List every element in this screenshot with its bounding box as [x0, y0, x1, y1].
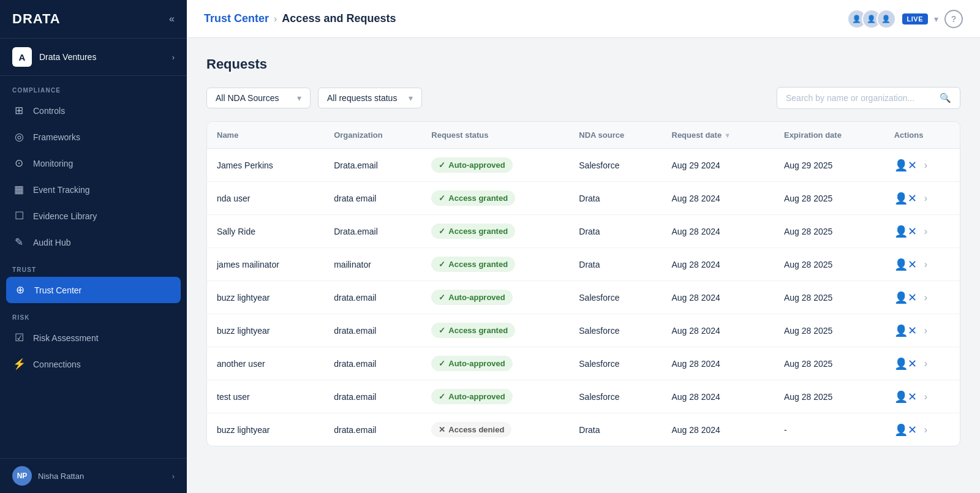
- revoke-access-icon[interactable]: 👤✕: [894, 225, 917, 238]
- cell-organization: Drata.email: [324, 149, 421, 182]
- revoke-access-icon[interactable]: 👤✕: [894, 390, 917, 404]
- cell-organization: drata.email: [324, 413, 421, 446]
- cell-actions: 👤✕ ›: [884, 380, 960, 413]
- sidebar-item-risk-assessment[interactable]: ☑ Risk Assessment: [0, 325, 187, 351]
- cell-request-date: Aug 28 2024: [662, 314, 774, 347]
- sidebar-item-frameworks[interactable]: ◎ Frameworks: [0, 124, 187, 150]
- table-body: James Perkins Drata.email ✓ Auto-approve…: [207, 149, 960, 446]
- sidebar-item-audit-hub[interactable]: ✎ Audit Hub: [0, 229, 187, 255]
- cell-name: buzz lightyear: [207, 314, 324, 347]
- status-icon: ✓: [439, 392, 445, 401]
- cell-request-date: Aug 28 2024: [662, 248, 774, 281]
- status-badge: ✓ Auto-approved: [431, 356, 512, 371]
- app-logo: DRATA: [12, 11, 61, 27]
- row-detail-chevron-icon[interactable]: ›: [924, 325, 927, 336]
- table-header-actions: Actions: [884, 122, 960, 149]
- table-header-expiration-date: Expiration date: [774, 122, 884, 149]
- table-header: NameOrganizationRequest statusNDA source…: [207, 122, 960, 149]
- sidebar-item-connections[interactable]: ⚡ Connections: [0, 351, 187, 377]
- cell-organization: drata.email: [324, 281, 421, 314]
- cell-actions: 👤✕ ›: [884, 314, 960, 347]
- avatar-stack: 👤 👤 👤: [847, 9, 896, 29]
- help-button[interactable]: ?: [944, 10, 963, 28]
- revoke-access-icon[interactable]: 👤✕: [894, 258, 917, 271]
- user-footer[interactable]: NP Nisha Rattan ›: [0, 458, 187, 493]
- sidebar-item-monitoring[interactable]: ⊙ Monitoring: [0, 150, 187, 176]
- cell-nda-source: Drata: [569, 215, 662, 248]
- requests-table-wrap: NameOrganizationRequest statusNDA source…: [206, 121, 960, 446]
- main-area: Trust Center › Access and Requests 👤 👤 👤…: [187, 0, 980, 493]
- org-chevron-icon: ›: [172, 53, 175, 62]
- table-header-request-date[interactable]: Request date▼: [662, 122, 774, 149]
- revoke-access-icon[interactable]: 👤✕: [894, 159, 917, 172]
- topbar-chevron-icon[interactable]: ▾: [934, 14, 938, 24]
- actions-cell: 👤✕ ›: [894, 159, 950, 172]
- actions-cell: 👤✕ ›: [894, 324, 950, 337]
- cell-name: nda user: [207, 182, 324, 215]
- connections-icon: ⚡: [12, 358, 26, 371]
- revoke-access-icon[interactable]: 👤✕: [894, 192, 917, 205]
- actions-cell: 👤✕ ›: [894, 258, 950, 271]
- cell-expiration-date: Aug 28 2025: [774, 248, 884, 281]
- cell-expiration-date: Aug 28 2025: [774, 182, 884, 215]
- cell-name: another user: [207, 347, 324, 380]
- sidebar-item-event-tracking[interactable]: ▦ Event Tracking: [0, 176, 187, 203]
- table-row: buzz lightyear drata.email ✓ Access gran…: [207, 314, 960, 347]
- sidebar: DRATA « A Drata Ventures › COMPLIANCE ⊞ …: [0, 0, 187, 493]
- sidebar-item-label: Monitoring: [33, 159, 73, 168]
- sidebar-item-label: Controls: [33, 106, 65, 116]
- nda-sources-filter[interactable]: All NDA Sources ▾: [206, 88, 311, 108]
- cell-nda-source: Salesforce: [569, 281, 662, 314]
- sidebar-item-label: Trust Center: [34, 285, 81, 295]
- row-detail-chevron-icon[interactable]: ›: [924, 160, 927, 171]
- cell-request-status: ✓ Auto-approved: [421, 380, 569, 413]
- cell-actions: 👤✕ ›: [884, 413, 960, 446]
- evidence-library-icon: ☐: [12, 209, 26, 222]
- cell-nda-source: Salesforce: [569, 149, 662, 182]
- sidebar-section-label: COMPLIANCE: [0, 76, 187, 97]
- sidebar-item-label: Connections: [33, 359, 81, 369]
- org-switcher[interactable]: A Drata Ventures ›: [0, 39, 187, 76]
- org-icon: A: [12, 47, 32, 67]
- table-row: nda user drata email ✓ Access granted Dr…: [207, 182, 960, 215]
- row-detail-chevron-icon[interactable]: ›: [924, 292, 927, 303]
- risk-assessment-icon: ☑: [12, 331, 26, 344]
- row-detail-chevron-icon[interactable]: ›: [924, 358, 927, 369]
- revoke-access-icon[interactable]: 👤✕: [894, 291, 917, 304]
- table-header-organization: Organization: [324, 122, 421, 149]
- cell-nda-source: Salesforce: [569, 380, 662, 413]
- requests-status-filter[interactable]: All requests status ▾: [318, 88, 422, 108]
- avatar-3: 👤: [876, 9, 896, 29]
- sidebar-item-evidence-library[interactable]: ☐ Evidence Library: [0, 203, 187, 229]
- row-detail-chevron-icon[interactable]: ›: [924, 226, 927, 237]
- cell-actions: 👤✕ ›: [884, 248, 960, 281]
- sidebar-item-controls[interactable]: ⊞ Controls: [0, 97, 187, 124]
- content-area: Requests All NDA Sources ▾ All requests …: [187, 38, 980, 493]
- table-header-nda-source: NDA source: [569, 122, 662, 149]
- audit-hub-icon: ✎: [12, 236, 26, 249]
- revoke-access-icon[interactable]: 👤✕: [894, 423, 917, 437]
- revoke-access-icon[interactable]: 👤✕: [894, 324, 917, 337]
- table-row: Sally Ride Drata.email ✓ Access granted …: [207, 215, 960, 248]
- cell-request-date: Aug 29 2024: [662, 149, 774, 182]
- search-icon: 🔍: [940, 92, 951, 103]
- row-detail-chevron-icon[interactable]: ›: [924, 259, 927, 270]
- search-box[interactable]: 🔍: [777, 87, 960, 109]
- cell-name: Sally Ride: [207, 215, 324, 248]
- collapse-button[interactable]: «: [169, 13, 175, 24]
- cell-organization: drata email: [324, 182, 421, 215]
- event-tracking-icon: ▦: [12, 183, 26, 196]
- sidebar-section-label: TRUST: [0, 255, 187, 277]
- search-input[interactable]: [786, 93, 935, 103]
- revoke-access-icon[interactable]: 👤✕: [894, 357, 917, 371]
- row-detail-chevron-icon[interactable]: ›: [924, 391, 927, 402]
- cell-request-status: ✓ Access granted: [421, 215, 569, 248]
- actions-cell: 👤✕ ›: [894, 423, 950, 437]
- row-detail-chevron-icon[interactable]: ›: [924, 193, 927, 204]
- row-detail-chevron-icon[interactable]: ›: [924, 424, 927, 435]
- sidebar-item-label: Audit Hub: [33, 238, 70, 247]
- actions-cell: 👤✕ ›: [894, 192, 950, 205]
- breadcrumb-trust-center[interactable]: Trust Center: [204, 12, 269, 25]
- breadcrumb-current: Access and Requests: [282, 12, 396, 25]
- sidebar-item-trust-center[interactable]: ⊕ Trust Center: [6, 277, 181, 303]
